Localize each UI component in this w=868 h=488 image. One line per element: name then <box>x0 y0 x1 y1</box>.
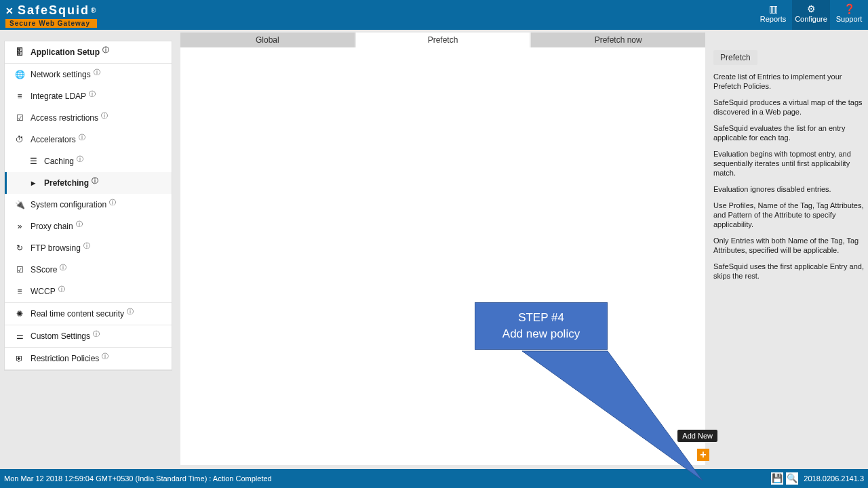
sliders-icon: ⚌ <box>14 331 25 341</box>
brand-name: SafeSquid <box>18 3 90 18</box>
search-icon: 🔍 <box>787 473 797 483</box>
info-icon: ⓘ <box>109 198 116 207</box>
sidebar-item-label: System configuration <box>31 200 106 209</box>
info-icon: ⓘ <box>76 220 83 229</box>
sidebar-caching[interactable]: ☰ Caching ⓘ <box>5 150 172 172</box>
info-panel-title: Prefetch <box>713 50 757 65</box>
save-button[interactable]: 💾 <box>771 472 783 485</box>
sidebar-proxy-chain[interactable]: » Proxy chain ⓘ <box>5 216 172 237</box>
info-icon: ⓘ <box>102 45 109 55</box>
info-icon: ⓘ <box>58 285 65 294</box>
tabs: Global Prefetch Prefetch now <box>180 33 705 47</box>
sidebar-restriction-policies[interactable]: ⛨ Restriction Policies ⓘ <box>5 348 172 369</box>
info-icon: ⓘ <box>89 89 96 99</box>
brand-logo: ✕ SafeSquid ® Secure Web Gateway <box>0 0 102 30</box>
globe-icon: 🌐 <box>14 70 25 79</box>
topnav-configure[interactable]: ⚙ Configure <box>792 0 830 30</box>
sidebar-item-label: Integrate LDAP <box>31 92 86 101</box>
chart-icon: ▥ <box>754 4 792 14</box>
sidebar-network-settings[interactable]: 🌐 Network settings ⓘ <box>5 64 172 85</box>
plug-icon: 🔌 <box>14 200 25 209</box>
sidebar-app-setup[interactable]: 🗄 Application Setup ⓘ <box>5 41 172 63</box>
topbar: ✕ SafeSquid ® Secure Web Gateway ▥ Repor… <box>0 0 868 30</box>
sidebar-item-label: FTP browsing <box>31 243 81 253</box>
sidebar-system-configuration[interactable]: 🔌 System configuration ⓘ <box>5 194 172 216</box>
info-icon: ⓘ <box>60 263 66 272</box>
refresh-icon: ↻ <box>14 243 25 253</box>
tab-prefetch-now[interactable]: Prefetch now <box>531 33 705 47</box>
annotation-callout: STEP #4 Add new policy <box>475 302 608 350</box>
topnav: ▥ Reports ⚙ Configure ❓ Support <box>754 0 868 30</box>
version-text: 2018.0206.2141.3 <box>804 474 864 483</box>
info-icon: ⓘ <box>93 329 100 339</box>
check-icon: ☑ <box>14 113 25 123</box>
tools-icon: ✕ <box>5 5 15 16</box>
sidebar-custom-settings[interactable]: ⚌ Custom Settings ⓘ <box>5 325 172 347</box>
sidebar-item-label: WCCP <box>31 287 56 296</box>
info-text: SafeSquid produces a virtual map of the … <box>713 98 865 117</box>
check-icon: ☑ <box>14 265 25 274</box>
sidebar-accelerators[interactable]: ⏱ Accelerators ⓘ <box>5 129 172 150</box>
info-icon: ⓘ <box>79 133 85 142</box>
briefcase-icon: 🗄 <box>14 47 25 57</box>
topnav-support-label: Support <box>830 15 868 23</box>
status-text: Mon Mar 12 2018 12:59:04 GMT+0530 (India… <box>4 474 768 483</box>
info-text: Only Entries with both Name of the Tag, … <box>713 236 865 255</box>
tab-global[interactable]: Global <box>180 33 356 47</box>
info-icon: ⓘ <box>101 111 108 121</box>
brand-tagline: Secure Web Gateway <box>5 19 97 28</box>
sidebar-item-label: Restriction Policies <box>31 354 99 363</box>
info-icon: ⓘ <box>127 307 134 317</box>
main-content <box>180 47 705 465</box>
sidebar-item-label: Custom Settings <box>31 331 90 341</box>
info-icon: ⓘ <box>102 352 108 361</box>
info-text: Evaluation ignores disabled entries. <box>713 184 865 194</box>
stack-icon: ☰ <box>28 157 39 166</box>
add-new-tooltip: Add New <box>677 430 717 442</box>
sidebar-prefetching[interactable]: ▸ Prefetching ⓘ <box>5 172 172 194</box>
info-icon: ⓘ <box>94 68 100 77</box>
info-icon: ⓘ <box>77 155 83 164</box>
tab-prefetch[interactable]: Prefetch <box>356 33 532 47</box>
help-icon: ❓ <box>830 4 868 14</box>
sidebar-item-label: Application Setup <box>31 47 100 57</box>
save-icon: 💾 <box>772 473 783 483</box>
topnav-reports-label: Reports <box>754 15 792 23</box>
topnav-reports[interactable]: ▥ Reports <box>754 0 792 30</box>
sidebar-item-label: Prefetching <box>44 178 89 188</box>
list-icon: ≡ <box>14 287 25 296</box>
info-text: SafeSquid evaluates the list for an entr… <box>713 123 865 142</box>
sidebar-item-label: SScore <box>31 265 57 274</box>
info-panel: Prefetch Create list of Entries to imple… <box>709 47 868 287</box>
info-icon: ⓘ <box>92 176 98 186</box>
bug-icon: ✺ <box>14 309 25 319</box>
sidebar-item-label: Access restrictions <box>31 113 98 123</box>
sidebar: 🗄 Application Setup ⓘ 🌐 Network settings… <box>4 41 172 371</box>
fast-forward-icon: » <box>14 222 25 231</box>
sidebar-access-restrictions[interactable]: ☑ Access restrictions ⓘ <box>5 107 172 129</box>
sidebar-ftp-browsing[interactable]: ↻ FTP browsing ⓘ <box>5 237 172 259</box>
sidebar-item-label: Real time content security <box>31 309 124 319</box>
sidebar-item-label: Accelerators <box>31 135 76 144</box>
topnav-configure-label: Configure <box>792 15 830 23</box>
add-new-button[interactable]: + <box>697 449 709 461</box>
list-icon: ≡ <box>14 92 25 101</box>
plus-icon: + <box>700 449 706 460</box>
annotation-line1: STEP #4 <box>479 310 603 326</box>
sidebar-sscore[interactable]: ☑ SScore ⓘ <box>5 259 172 281</box>
brand-registered: ® <box>91 7 97 14</box>
info-icon: ⓘ <box>83 241 90 251</box>
annotation-line2: Add new policy <box>479 326 603 342</box>
sidebar-realtime-content-security[interactable]: ✺ Real time content security ⓘ <box>5 303 172 325</box>
info-text: Use Profiles, Name of the Tag, Tag Attri… <box>713 201 865 229</box>
search-button[interactable]: 🔍 <box>786 472 798 485</box>
forward-icon: ▸ <box>28 178 39 188</box>
topnav-support[interactable]: ❓ Support <box>830 0 868 30</box>
info-text: Create list of Entries to implement your… <box>713 72 865 91</box>
info-text: SafeSquid uses the first applicable Entr… <box>713 262 865 281</box>
statusbar: Mon Mar 12 2018 12:59:04 GMT+0530 (India… <box>0 469 868 488</box>
sidebar-item-label: Proxy chain <box>31 222 73 231</box>
sidebar-integrate-ldap[interactable]: ≡ Integrate LDAP ⓘ <box>5 85 172 107</box>
sidebar-item-label: Caching <box>44 157 74 166</box>
sidebar-wccp[interactable]: ≡ WCCP ⓘ <box>5 281 172 302</box>
